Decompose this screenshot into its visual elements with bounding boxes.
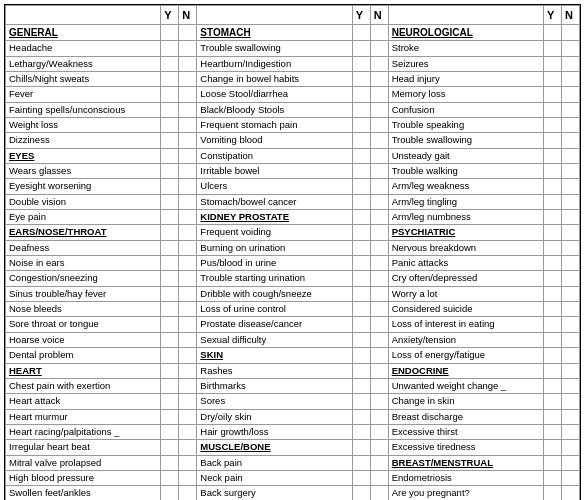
yn-y-1-26[interactable] <box>352 440 370 455</box>
yn-y-1-27[interactable] <box>352 455 370 470</box>
yn-y-2-20[interactable] <box>544 348 562 363</box>
yn-n-1-18[interactable] <box>370 317 388 332</box>
yn-y-1-1[interactable] <box>352 56 370 71</box>
yn-n-1-8[interactable] <box>370 164 388 179</box>
yn-n-2-3[interactable] <box>562 87 580 102</box>
yn-y-1-2[interactable] <box>352 71 370 86</box>
yn-n-1-17[interactable] <box>370 302 388 317</box>
yn-n-1-12[interactable] <box>370 225 388 240</box>
yn-n-0-20[interactable] <box>179 348 197 363</box>
yn-y-1-18[interactable] <box>352 317 370 332</box>
yn-y-2-27[interactable] <box>544 455 562 470</box>
yn-y-1-15[interactable] <box>352 271 370 286</box>
yn-y-1-21[interactable] <box>352 363 370 378</box>
yn-n-2-6[interactable] <box>562 133 580 148</box>
yn-n-0-28[interactable] <box>179 470 197 485</box>
yn-n-1-5[interactable] <box>370 118 388 133</box>
yn-y-0-14[interactable] <box>161 256 179 271</box>
yn-y-2-21[interactable] <box>544 363 562 378</box>
yn-n-0-9[interactable] <box>179 179 197 194</box>
yn-n-0-11[interactable] <box>179 210 197 225</box>
yn-n-2-22[interactable] <box>562 378 580 393</box>
yn-n-2-23[interactable] <box>562 394 580 409</box>
yn-n-0-0[interactable] <box>179 41 197 56</box>
yn-y-0-5[interactable] <box>161 118 179 133</box>
yn-n-0-16[interactable] <box>179 286 197 301</box>
yn-n-0-1[interactable] <box>179 56 197 71</box>
yn-n-1-6[interactable] <box>370 133 388 148</box>
yn-n-0-8[interactable] <box>179 164 197 179</box>
yn-n-1-13[interactable] <box>370 240 388 255</box>
yn-n-1-1[interactable] <box>370 56 388 71</box>
yn-n-0-26[interactable] <box>179 440 197 455</box>
yn-n-2-19[interactable] <box>562 332 580 347</box>
yn-n-1-2[interactable] <box>370 71 388 86</box>
yn-n-2-16[interactable] <box>562 286 580 301</box>
yn-y-2-16[interactable] <box>544 286 562 301</box>
yn-y-0-0[interactable] <box>161 41 179 56</box>
yn-y-0-28[interactable] <box>161 470 179 485</box>
yn-n-1-21[interactable] <box>370 363 388 378</box>
yn-n-0-13[interactable] <box>179 240 197 255</box>
yn-y-2-14[interactable] <box>544 256 562 271</box>
yn-y-2-8[interactable] <box>544 164 562 179</box>
yn-y-0-19[interactable] <box>161 332 179 347</box>
yn-n-0-14[interactable] <box>179 256 197 271</box>
yn-y-2-4[interactable] <box>544 102 562 117</box>
yn-y-0-23[interactable] <box>161 394 179 409</box>
yn-n-2-21[interactable] <box>562 363 580 378</box>
yn-y-1-19[interactable] <box>352 332 370 347</box>
yn-y-1-16[interactable] <box>352 286 370 301</box>
yn-y-0-13[interactable] <box>161 240 179 255</box>
yn-n-2-8[interactable] <box>562 164 580 179</box>
yn-n-1-27[interactable] <box>370 455 388 470</box>
yn-y-2-11[interactable] <box>544 210 562 225</box>
yn-y-0-1[interactable] <box>161 56 179 71</box>
yn-y-2-7[interactable] <box>544 148 562 163</box>
yn-n-2-10[interactable] <box>562 194 580 209</box>
yn-y-1-0[interactable] <box>352 41 370 56</box>
yn-n-0-15[interactable] <box>179 271 197 286</box>
yn-y-1-28[interactable] <box>352 470 370 485</box>
yn-n-0-7[interactable] <box>179 148 197 163</box>
yn-y-0-18[interactable] <box>161 317 179 332</box>
yn-y-2-22[interactable] <box>544 378 562 393</box>
yn-y-0-27[interactable] <box>161 455 179 470</box>
yn-n-2-5[interactable] <box>562 118 580 133</box>
yn-y-0-9[interactable] <box>161 179 179 194</box>
yn-y-1-8[interactable] <box>352 164 370 179</box>
yn-n-1-22[interactable] <box>370 378 388 393</box>
yn-y-0-20[interactable] <box>161 348 179 363</box>
yn-n-2-20[interactable] <box>562 348 580 363</box>
yn-y-2-17[interactable] <box>544 302 562 317</box>
yn-n-2-2[interactable] <box>562 71 580 86</box>
yn-n-2-17[interactable] <box>562 302 580 317</box>
yn-y-2-23[interactable] <box>544 394 562 409</box>
yn-n-0-12[interactable] <box>179 225 197 240</box>
yn-y-0-26[interactable] <box>161 440 179 455</box>
yn-y-0-10[interactable] <box>161 194 179 209</box>
yn-n-2-24[interactable] <box>562 409 580 424</box>
yn-y-2-2[interactable] <box>544 71 562 86</box>
yn-y-0-11[interactable] <box>161 210 179 225</box>
yn-y-1-17[interactable] <box>352 302 370 317</box>
yn-n-2-18[interactable] <box>562 317 580 332</box>
yn-y-1-11[interactable] <box>352 210 370 225</box>
yn-y-0-16[interactable] <box>161 286 179 301</box>
yn-y-2-6[interactable] <box>544 133 562 148</box>
yn-n-1-7[interactable] <box>370 148 388 163</box>
yn-y-0-29[interactable] <box>161 486 179 500</box>
yn-n-0-5[interactable] <box>179 118 197 133</box>
yn-n-1-28[interactable] <box>370 470 388 485</box>
yn-y-0-7[interactable] <box>161 148 179 163</box>
yn-n-2-29[interactable] <box>562 486 580 500</box>
yn-n-2-12[interactable] <box>562 225 580 240</box>
yn-n-0-4[interactable] <box>179 102 197 117</box>
yn-n-1-26[interactable] <box>370 440 388 455</box>
yn-y-2-5[interactable] <box>544 118 562 133</box>
yn-y-2-9[interactable] <box>544 179 562 194</box>
yn-n-2-25[interactable] <box>562 424 580 439</box>
yn-n-1-4[interactable] <box>370 102 388 117</box>
yn-n-0-29[interactable] <box>179 486 197 500</box>
yn-y-1-20[interactable] <box>352 348 370 363</box>
